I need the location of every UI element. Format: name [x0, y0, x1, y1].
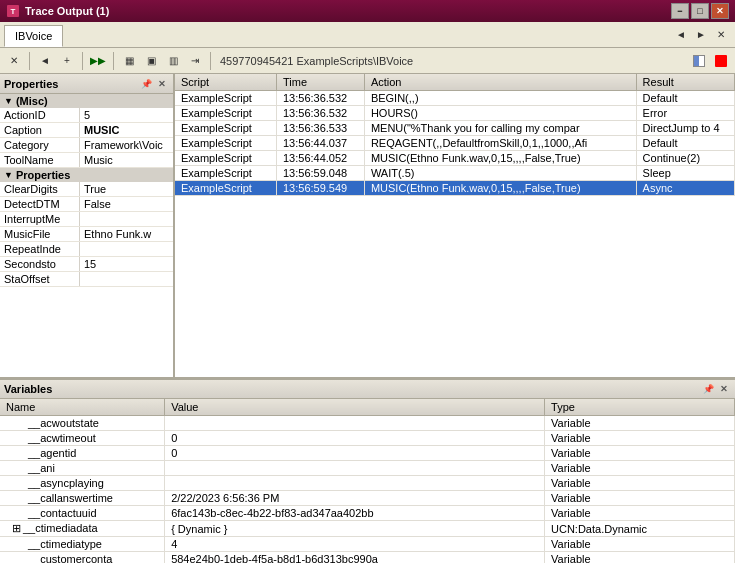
window-title: Trace Output (1)	[25, 5, 671, 17]
prop-value-secondsto[interactable]: 15	[80, 257, 173, 271]
vars-row[interactable]: __ctimediatype 4 Variable	[0, 537, 735, 552]
prop-value-toolname[interactable]: Music	[80, 153, 173, 167]
prop-value-staoffset[interactable]	[80, 272, 173, 286]
variables-scroll[interactable]: Name Value Type __acwoutstate Variable _…	[0, 399, 735, 563]
trace-col-result: Result	[636, 74, 734, 91]
tool-btn-add[interactable]: +	[57, 51, 77, 71]
prop-value-caption[interactable]: MUSIC	[80, 123, 173, 137]
vars-cell-value: 2/22/2023 6:56:36 PM	[165, 491, 545, 506]
trace-col-time: Time	[276, 74, 364, 91]
ibvoice-tab[interactable]: IBVoice	[4, 25, 63, 47]
trace-scroll[interactable]: Script Time Action Result ExampleScript …	[175, 74, 735, 377]
vars-row[interactable]: __customerconta 584e24b0-1deb-4f5a-b8d1-…	[0, 552, 735, 564]
vars-cell-name: __callanswertime	[0, 491, 165, 506]
vars-row[interactable]: __acwoutstate Variable	[0, 416, 735, 431]
variables-pin-button[interactable]: 📌	[701, 382, 715, 396]
vars-row[interactable]: ⊞__ctimediadata { Dynamic } UCN:Data.Dyn…	[0, 521, 735, 537]
variables-table: Name Value Type __acwoutstate Variable _…	[0, 399, 735, 563]
variables-panel: Variables 📌 ✕ Name Value Type __acwoutst…	[0, 379, 735, 563]
trace-cell-time: 13:56:44.052	[276, 151, 364, 166]
close-button[interactable]: ✕	[711, 3, 729, 19]
prop-value-interruptme[interactable]	[80, 212, 173, 226]
prop-name-caption: Caption	[0, 123, 80, 137]
prop-row-actionid: ActionID 5	[0, 108, 173, 123]
path-label: 459770945421 ExampleScripts\IBVoice	[220, 55, 413, 67]
nav-back-button[interactable]: ◄	[671, 25, 691, 45]
prop-value-category[interactable]: Framework\Voic	[80, 138, 173, 152]
trace-cell-action: BEGIN(,,)	[364, 91, 636, 106]
properties-header: Properties 📌 ✕	[0, 74, 173, 94]
sep1	[29, 52, 30, 70]
vars-cell-name: __agentid	[0, 446, 165, 461]
vars-row[interactable]: __ani Variable	[0, 461, 735, 476]
trace-cell-result: Default	[636, 91, 734, 106]
minimize-button[interactable]: −	[671, 3, 689, 19]
trace-cell-action: WAIT(.5)	[364, 166, 636, 181]
tool-btn-link[interactable]: ⇥	[185, 51, 205, 71]
trace-table: Script Time Action Result ExampleScript …	[175, 74, 735, 196]
prop-row-musicfile: MusicFile Ethno Funk.w	[0, 227, 173, 242]
tool-btn-play[interactable]: ▶▶	[88, 51, 108, 71]
prop-value-actionid[interactable]: 5	[80, 108, 173, 122]
prop-value-cleardigits[interactable]: True	[80, 182, 173, 196]
trace-cell-time: 13:56:59.048	[276, 166, 364, 181]
vars-col-name: Name	[0, 399, 165, 416]
grid-view-button[interactable]	[689, 51, 709, 71]
prop-value-repeatinde[interactable]	[80, 242, 173, 256]
vars-cell-value: 0	[165, 446, 545, 461]
trace-cell-action: HOURS()	[364, 106, 636, 121]
prop-name-musicfile: MusicFile	[0, 227, 80, 241]
vars-cell-name: __customerconta	[0, 552, 165, 564]
vars-cell-name: __acwtimeout	[0, 431, 165, 446]
trace-cell-result: Sleep	[636, 166, 734, 181]
stop-button[interactable]	[711, 51, 731, 71]
properties-pin-button[interactable]: 📌	[139, 77, 153, 91]
trace-row[interactable]: ExampleScript 13:56:44.052 MUSIC(Ethno F…	[175, 151, 735, 166]
properties-close-button[interactable]: ✕	[155, 77, 169, 91]
maximize-button[interactable]: □	[691, 3, 709, 19]
trace-cell-result: Continue(2)	[636, 151, 734, 166]
tool-btn-grid2[interactable]: ▣	[141, 51, 161, 71]
prop-row-caption: Caption MUSIC	[0, 123, 173, 138]
prop-value-detectdtm[interactable]: False	[80, 197, 173, 211]
nav-close-button[interactable]: ✕	[711, 25, 731, 45]
vars-row[interactable]: __acwtimeout 0 Variable	[0, 431, 735, 446]
trace-row[interactable]: ExampleScript 13:56:36.532 HOURS() Error	[175, 106, 735, 121]
nav-forward-button[interactable]: ►	[691, 25, 711, 45]
upper-section: Properties 📌 ✕ ▼ (Misc) ActionID 5 Capti…	[0, 74, 735, 379]
variables-close-button[interactable]: ✕	[717, 382, 731, 396]
tool-btn-back[interactable]: ◄	[35, 51, 55, 71]
properties-subcategory[interactable]: ▼ Properties	[0, 168, 173, 182]
trace-row[interactable]: ExampleScript 13:56:59.549 MUSIC(Ethno F…	[175, 181, 735, 196]
main-container: Properties 📌 ✕ ▼ (Misc) ActionID 5 Capti…	[0, 74, 735, 563]
trace-row[interactable]: ExampleScript 13:56:59.048 WAIT(.5) Slee…	[175, 166, 735, 181]
sep4	[210, 52, 211, 70]
prop-name-interruptme: InterruptMe	[0, 212, 80, 226]
prop-row-cleardigits: ClearDigits True	[0, 182, 173, 197]
vars-row[interactable]: __asyncplaying Variable	[0, 476, 735, 491]
trace-cell-result: Default	[636, 136, 734, 151]
trace-row[interactable]: ExampleScript 13:56:44.037 REQAGENT(,,De…	[175, 136, 735, 151]
misc-expand-icon: ▼	[4, 96, 13, 106]
vars-cell-type: Variable	[545, 461, 735, 476]
vars-row[interactable]: __agentid 0 Variable	[0, 446, 735, 461]
prop-row-category: Category Framework\Voic	[0, 138, 173, 153]
trace-cell-script: ExampleScript	[175, 91, 276, 106]
vars-row[interactable]: __callanswertime 2/22/2023 6:56:36 PM Va…	[0, 491, 735, 506]
vars-row[interactable]: __contactuuid 6fac143b-c8ec-4b22-bf83-ad…	[0, 506, 735, 521]
trace-row[interactable]: ExampleScript 13:56:36.533 MENU("%Thank …	[175, 121, 735, 136]
tool-btn-grid1[interactable]: ▦	[119, 51, 139, 71]
trace-cell-time: 13:56:36.532	[276, 106, 364, 121]
tool-btn-1[interactable]: ✕	[4, 51, 24, 71]
trace-col-action: Action	[364, 74, 636, 91]
vars-cell-type: Variable	[545, 552, 735, 564]
trace-row[interactable]: ExampleScript 13:56:36.532 BEGIN(,,) Def…	[175, 91, 735, 106]
prop-name-staoffset: StaOffset	[0, 272, 80, 286]
trace-cell-result: Error	[636, 106, 734, 121]
tool-btn-grid3[interactable]: ▥	[163, 51, 183, 71]
misc-category[interactable]: ▼ (Misc)	[0, 94, 173, 108]
vars-cell-name: __asyncplaying	[0, 476, 165, 491]
prop-value-musicfile[interactable]: Ethno Funk.w	[80, 227, 173, 241]
vars-cell-type: UCN:Data.Dynamic	[545, 521, 735, 537]
expand-icon[interactable]: ⊞	[12, 522, 21, 535]
